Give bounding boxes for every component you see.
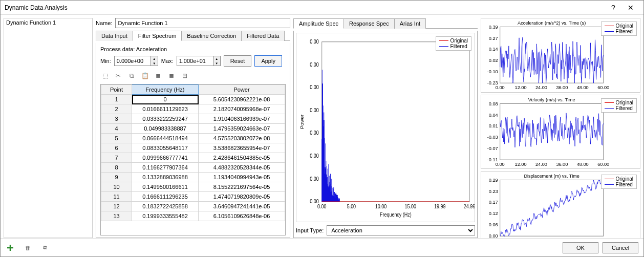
process-data-label: Process data: Acceleration (100, 46, 286, 52)
apply-button[interactable]: Apply (254, 55, 282, 67)
cell-power[interactable]: 3.6460947241441e-05 (199, 202, 285, 211)
legend-filtered: Filtered (450, 44, 467, 49)
svg-text:0.14: 0.14 (489, 47, 498, 52)
table-row[interactable]: 50.06664445184944.5755203802072e-08 (101, 134, 285, 143)
name-input[interactable] (115, 18, 290, 28)
function-list[interactable]: Dynamic Function 1 (4, 18, 93, 238)
table-row[interactable]: 40.0499833388871.4795359024663e-07 (101, 124, 285, 134)
cell-frequency[interactable]: 0.0333222259247 (132, 114, 199, 124)
tab-amplitude-spec[interactable]: Amplitude Spec (293, 18, 344, 29)
table-row[interactable]: 105.6054230962221e-08 (101, 95, 285, 104)
help-button[interactable]: ? (605, 2, 622, 14)
cell-frequency[interactable]: 0.0833055648117 (132, 143, 199, 153)
min-spinner[interactable]: ▲▼ (114, 56, 158, 66)
cell-frequency[interactable]: 0.1832722425858 (132, 202, 199, 211)
cell-frequency[interactable]: 0.1499500166611 (132, 182, 199, 192)
tab-baseline-correction[interactable]: Baseline Correction (181, 31, 242, 41)
min-input[interactable] (115, 56, 151, 66)
tab-filtered-data[interactable]: Filtered Data (241, 31, 285, 41)
cell-power[interactable]: 4.5755203802072e-08 (199, 134, 285, 143)
cell-point[interactable]: 2 (101, 104, 132, 114)
cell-point[interactable]: 1 (101, 95, 132, 104)
cell-frequency[interactable]: 0.0166611129623 (132, 104, 199, 114)
table-row[interactable]: 30.03332222592471.9104063166939e-07 (101, 114, 285, 124)
cell-frequency[interactable]: 0.1666111296235 (132, 192, 199, 202)
max-input[interactable] (177, 56, 213, 66)
copy-icon[interactable]: ⧉ (127, 72, 136, 80)
cell-power[interactable]: 3.5386823655954e-07 (199, 143, 285, 153)
svg-text:36.00: 36.00 (556, 161, 568, 166)
col-frequency[interactable]: Frequency (Hz) (132, 85, 199, 95)
select-icon[interactable]: ⬚ (100, 72, 110, 80)
input-type-select[interactable]: Acceleration (327, 225, 475, 235)
cell-point[interactable]: 3 (101, 114, 132, 124)
clear-icon[interactable]: ⊟ (180, 72, 189, 80)
table-row[interactable]: 20.01666111296232.1820740095968e-07 (101, 104, 285, 114)
insert-row-icon[interactable]: ≣ (154, 72, 163, 80)
cell-power[interactable]: 2.1820740095968e-07 (199, 104, 285, 114)
spectrum-table[interactable]: Point Frequency (Hz) Power 105.605423096… (100, 84, 286, 235)
down-icon[interactable]: ▼ (151, 61, 158, 66)
table-row[interactable]: 70.09996667777412.4286461504385e-05 (101, 153, 285, 163)
ok-button[interactable]: OK (563, 242, 598, 253)
min-label: Min: (100, 58, 111, 64)
cell-point[interactable]: 10 (101, 182, 132, 192)
cell-point[interactable]: 5 (101, 134, 132, 143)
cell-power[interactable]: 2.4286461504385e-05 (199, 153, 285, 163)
cell-point[interactable]: 11 (101, 192, 132, 202)
tab-data-input[interactable]: Data Input (96, 31, 133, 41)
tab-filter-spectrum[interactable]: Filter Spectrum (133, 31, 182, 41)
cell-point[interactable]: 4 (101, 124, 132, 134)
cancel-button[interactable]: Cancel (603, 242, 638, 253)
max-spin-buttons[interactable]: ▲▼ (213, 56, 220, 66)
cell-frequency[interactable]: 0.0999666777741 (132, 153, 199, 163)
cell-power[interactable]: 1.1934040994943e-05 (199, 173, 285, 182)
cell-frequency[interactable]: 0.049983338887 (132, 124, 199, 134)
cell-frequency[interactable]: 0.1999333555482 (132, 211, 199, 221)
cell-frequency[interactable]: 0.1166277907364 (132, 163, 199, 173)
tab-arias-int[interactable]: Arias Int (394, 18, 426, 29)
table-row[interactable]: 120.18327224258583.6460947241441e-05 (101, 202, 285, 211)
cell-point[interactable]: 12 (101, 202, 132, 211)
delete-icon[interactable]: 🗑 (23, 243, 32, 252)
cell-power[interactable]: 1.4795359024663e-07 (199, 124, 285, 134)
paste-icon[interactable]: 📋 (140, 72, 149, 80)
legend-original: Original (616, 23, 633, 29)
cell-point[interactable]: 6 (101, 143, 132, 153)
reset-button[interactable]: Reset (224, 55, 252, 67)
cell-power[interactable]: 5.6054230962221e-08 (199, 95, 285, 104)
up-icon[interactable]: ▲ (151, 56, 158, 61)
cell-point[interactable]: 9 (101, 173, 132, 182)
col-point[interactable]: Point (101, 85, 132, 95)
cell-frequency[interactable]: 0 (132, 95, 199, 104)
table-row[interactable]: 80.11662779073644.4882320528344e-05 (101, 163, 285, 173)
cell-point[interactable]: 13 (101, 211, 132, 221)
add-icon[interactable] (6, 243, 15, 252)
copy-icon[interactable]: ⧉ (40, 243, 50, 252)
table-row[interactable]: 110.16661112962351.4740719820809e-05 (101, 192, 285, 202)
cell-power[interactable]: 4.4882320528344e-05 (199, 163, 285, 173)
cell-frequency[interactable]: 0.1332889036988 (132, 173, 199, 182)
cell-power[interactable]: 6.1056109626848e-06 (199, 211, 285, 221)
down-icon[interactable]: ▼ (213, 61, 220, 66)
close-button[interactable]: ✕ (622, 2, 639, 14)
cell-power[interactable]: 1.9104063166939e-07 (199, 114, 285, 124)
cell-frequency[interactable]: 0.0666444518494 (132, 134, 199, 143)
table-row[interactable]: 100.14995001666118.1552221697564e-05 (101, 182, 285, 192)
cell-power[interactable]: 1.4740719820809e-05 (199, 192, 285, 202)
cell-point[interactable]: 7 (101, 153, 132, 163)
cut-icon[interactable]: ✂ (114, 72, 123, 80)
table-row[interactable]: 60.08330556481173.5386823655954e-07 (101, 143, 285, 153)
table-row[interactable]: 130.19993335554826.1056109626848e-06 (101, 211, 285, 221)
up-icon[interactable]: ▲ (213, 56, 220, 61)
svg-text:0.27: 0.27 (489, 35, 498, 40)
col-power[interactable]: Power (199, 85, 285, 95)
delete-row-icon[interactable]: ≣ (167, 72, 176, 80)
min-spin-buttons[interactable]: ▲▼ (151, 56, 158, 66)
table-row[interactable]: 90.13328890369881.1934040994943e-05 (101, 173, 285, 182)
max-spinner[interactable]: ▲▼ (177, 56, 221, 66)
tab-response-spec[interactable]: Response Spec (344, 18, 395, 29)
cell-point[interactable]: 8 (101, 163, 132, 173)
cell-power[interactable]: 8.1552221697564e-05 (199, 182, 285, 192)
function-list-item[interactable]: Dynamic Function 1 (6, 19, 90, 26)
